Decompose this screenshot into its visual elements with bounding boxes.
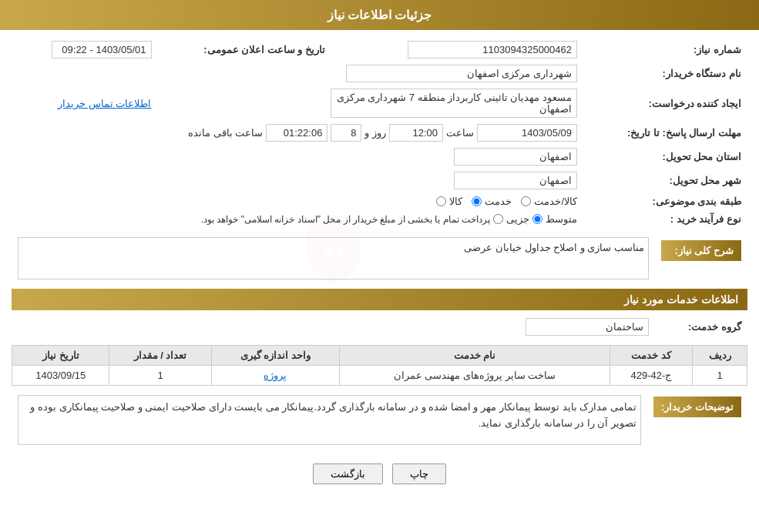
page-header: جزئیات اطلاعات نیاز	[0, 0, 759, 30]
category-label: طبقه بندی موضوعی:	[583, 192, 747, 210]
announce-date-value: 1403/05/01 - 09:22	[12, 38, 158, 62]
purchase-option-medium[interactable]: متوسط	[532, 213, 577, 225]
table-row: 1 ج-42-429 ساخت سایر پروژه‌های مهندسی عم…	[12, 366, 747, 386]
cell-qty-0: 1	[109, 366, 211, 386]
contact-link[interactable]: اطلاعات تماس خریدار	[58, 98, 151, 109]
response-deadline-row: 1403/05/09 ساعت 12:00 روز و 8 01:22:06 س…	[18, 124, 577, 142]
services-section-header: اطلاعات خدمات مورد نیاز	[12, 289, 747, 310]
response-time-label: ساعت	[446, 127, 474, 139]
category-option-service[interactable]: خدمت	[472, 196, 512, 207]
response-days-label: روز و	[364, 127, 386, 139]
need-number-input: 1103094325000462	[408, 41, 577, 59]
buyer-desc-header: توضیحات خریدار:	[653, 396, 741, 417]
col-header-row: ردیف	[693, 346, 747, 366]
province-label: استان محل تحویل:	[583, 145, 747, 169]
need-desc-section: شرح کلی نیاز: AT مناسب سازی و اصلاح جداو…	[12, 234, 747, 283]
category-goods-label: کالا	[449, 196, 462, 207]
category-goods-radio[interactable]	[436, 196, 446, 206]
response-deadline-label: مهلت ارسال پاسخ: تا تاریخ:	[583, 121, 747, 145]
purchase-medium-label: متوسط	[546, 213, 577, 225]
need-desc-header: شرح کلی نیاز:	[661, 240, 741, 261]
print-button[interactable]: چاپ	[392, 463, 446, 484]
cell-date-0: 1403/09/15	[12, 366, 109, 386]
main-content: شماره نیاز: 1103094325000462 تاریخ و ساع…	[0, 30, 759, 500]
response-remaining-input: 01:22:06	[266, 124, 327, 142]
back-button[interactable]: بازگشت	[313, 463, 383, 484]
buyer-desc-label: توضیحات خریدار:	[647, 392, 747, 448]
col-header-name: نام خدمت	[340, 346, 610, 366]
category-radio-group: کالا/خدمت خدمت کالا	[436, 196, 577, 207]
purchase-note: پرداخت تمام یا بخشی از مبلغ خریدار از مح…	[201, 214, 490, 225]
response-remaining-label: ساعت باقی مانده	[188, 127, 263, 139]
col-header-code: کد خدمت	[610, 346, 693, 366]
col-header-qty: تعداد / مقدار	[109, 346, 211, 366]
category-service-radio[interactable]	[472, 196, 482, 206]
response-time-input: 12:00	[389, 124, 443, 142]
purchase-type-label: نوع فرآیند خرید :	[583, 210, 747, 228]
city-input: اصفهان	[454, 172, 577, 189]
col-header-unit: واحد اندازه گیری	[211, 346, 340, 366]
page-title: جزئیات اطلاعات نیاز	[327, 8, 432, 22]
city-label: شهر محل تحویل:	[583, 169, 747, 192]
need-number-value: 1103094325000462	[348, 38, 583, 62]
cell-name-0: ساخت سایر پروژه‌های مهندسی عمران	[340, 366, 610, 386]
info-table: شماره نیاز: 1103094325000462 تاریخ و ساع…	[12, 38, 747, 228]
buyer-org-input: شهرداری مرکزی اصفهان	[346, 65, 577, 82]
announce-date-input: 1403/05/01 - 09:22	[52, 41, 152, 59]
creator-input: مسعود مهدیان تائینی کاربرداز منطقه 7 شهر…	[331, 89, 577, 118]
need-desc-box: AT مناسب سازی و اصلاح جداول خیابان عرضی	[18, 237, 649, 279]
button-row: چاپ بازگشت	[12, 454, 747, 492]
need-number-label: شماره نیاز:	[583, 38, 747, 62]
category-option-goods[interactable]: کالا	[436, 196, 462, 207]
province-input: اصفهان	[454, 148, 577, 166]
service-group-label: گروه خدمت:	[655, 315, 747, 339]
category-goods-service-label: کالا/خدمت	[534, 196, 577, 207]
response-days-input: 8	[331, 124, 361, 142]
purchase-partial-label: جزیی	[506, 213, 529, 225]
cell-code-0: ج-42-429	[610, 366, 693, 386]
purchase-partial-radio[interactable]	[493, 214, 503, 224]
service-group-input: ساختمان	[526, 318, 649, 336]
cell-unit-0: پروژه	[211, 366, 340, 386]
need-desc-text: مناسب سازی و اصلاح جداول خیابان عرضی	[464, 242, 644, 253]
buyer-desc-section: توضیحات خریدار: تمامی مدارک باید توسط پی…	[12, 392, 747, 448]
cell-row-0: 1	[693, 366, 747, 386]
purchase-type-row: متوسط جزیی پرداخت تمام یا بخشی از مبلغ خ…	[18, 213, 577, 225]
category-option-goods-service[interactable]: کالا/خدمت	[521, 196, 577, 207]
svg-text:AT: AT	[323, 243, 344, 262]
page-wrapper: جزئیات اطلاعات نیاز شماره نیاز: 11030943…	[0, 0, 759, 532]
purchase-option-partial[interactable]: جزیی	[493, 213, 529, 225]
creator-label: ایجاد کننده درخواست:	[583, 85, 747, 121]
service-group-table: گروه خدمت: ساختمان	[12, 315, 747, 339]
services-table: ردیف کد خدمت نام خدمت واحد اندازه گیری ت…	[12, 345, 747, 386]
buyer-desc-text: تمامی مدارک باید توسط پیمانکار مهر و امض…	[30, 401, 636, 429]
need-desc-label: شرح کلی نیاز:	[655, 234, 747, 283]
buyer-desc-box: تمامی مدارک باید توسط پیمانکار مهر و امض…	[18, 395, 641, 445]
col-header-date: تاریخ نیاز	[12, 346, 109, 366]
announce-date-label: تاریخ و ساعت اعلان عمومی:	[158, 38, 332, 62]
category-service-label: خدمت	[485, 196, 512, 207]
category-goods-service-radio[interactable]	[521, 196, 531, 206]
response-date-input: 1403/05/09	[477, 124, 577, 142]
buyer-org-label: نام دستگاه خریدار:	[583, 62, 747, 85]
purchase-medium-radio[interactable]	[532, 214, 542, 224]
